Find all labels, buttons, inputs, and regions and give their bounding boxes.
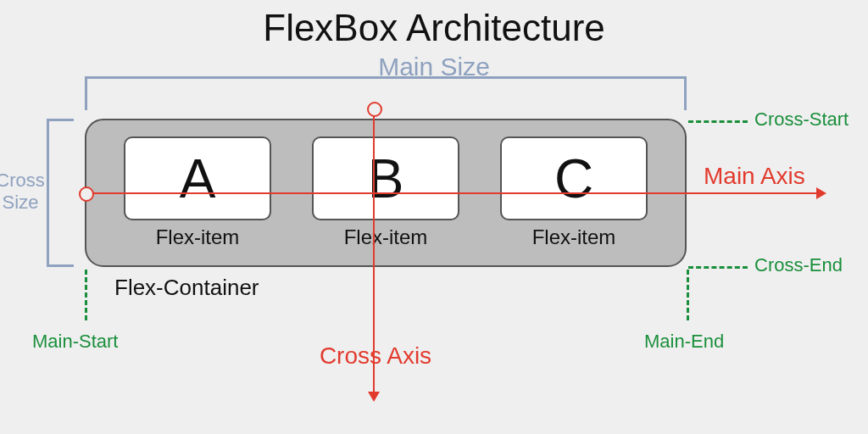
cross-end-label: Cross-End: [754, 254, 843, 276]
main-axis-line: [85, 192, 822, 194]
main-end-marker: [687, 270, 689, 320]
main-start-label: Main-Start: [32, 331, 118, 353]
main-axis-arrow-icon: [816, 187, 826, 199]
diagram-stage: FlexBox Architecture Main Size Cross Siz…: [0, 0, 868, 434]
main-size-bracket: [85, 76, 687, 110]
cross-start-label: Cross-Start: [754, 108, 849, 131]
main-axis-label: Main Axis: [704, 163, 805, 190]
main-axis-origin-icon: [79, 186, 94, 202]
cross-axis-arrow-icon: [368, 392, 380, 402]
flex-container-label: Flex-Container: [114, 275, 259, 301]
main-end-label: Main-End: [644, 331, 724, 353]
cross-size-label: Cross Size: [0, 170, 46, 214]
cross-axis-label: Cross Axis: [270, 342, 481, 370]
flex-item-label-a: Flex-item: [156, 225, 240, 249]
cross-start-marker: [688, 120, 748, 123]
cross-size-bracket: [47, 119, 74, 267]
cross-axis-origin-icon: [367, 102, 382, 117]
diagram-title: FlexBox Architecture: [0, 7, 868, 49]
flex-item-c: C: [500, 136, 648, 220]
flex-item-label-c: Flex-item: [532, 225, 616, 249]
flex-item-b: B: [312, 136, 459, 220]
main-start-marker: [85, 270, 87, 320]
flex-item-label-b: Flex-item: [344, 225, 428, 249]
flex-item-a: A: [124, 136, 271, 220]
cross-end-marker: [688, 266, 748, 269]
